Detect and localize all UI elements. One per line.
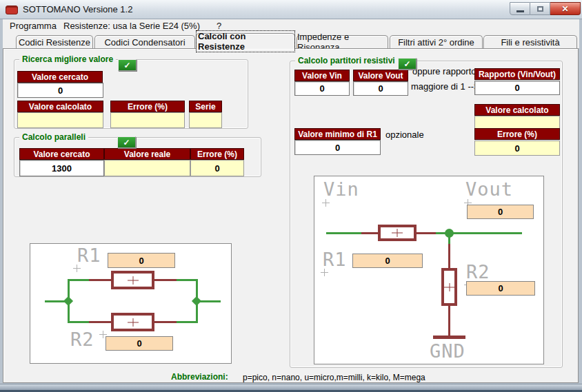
group-ricerca-title: Ricerca migliore valore xyxy=(19,54,116,64)
partitori-r1min-input[interactable] xyxy=(294,140,381,155)
tab-filtri-attivi[interactable]: Filtri attivi 2° ordine xyxy=(390,35,483,48)
window-title: SOTTOMANO Versione 1.2 xyxy=(23,4,132,14)
check-icon: ✓ xyxy=(403,59,410,69)
partitori-valore-calcolato-header: Valore calcolato xyxy=(474,104,560,116)
partitori-errore-header: Errore (%) xyxy=(474,128,560,140)
close-button[interactable]: ✕ xyxy=(550,2,581,15)
maximize-button[interactable] xyxy=(530,2,550,15)
opzionale-text: opzionale xyxy=(385,130,424,140)
origin-cross-icon xyxy=(322,199,330,207)
close-icon: ✕ xyxy=(561,4,568,14)
ricerca-valore-calcolato-header: Valore calcolato xyxy=(17,101,103,112)
parallel-r2-value-field: 0 xyxy=(106,336,173,351)
paralleli-valore-cercato-input[interactable] xyxy=(19,160,104,176)
partitori-rapporto-input[interactable] xyxy=(474,81,560,95)
parallel-r2-label: R2 xyxy=(70,329,94,350)
paralleli-errore-field: 0 xyxy=(190,160,244,176)
tab-calcoli-con-resistenze[interactable]: Calcoli con Resistenze xyxy=(196,33,295,49)
resistor-stub xyxy=(415,232,436,234)
ricerca-valore-calcolato-field xyxy=(17,112,103,128)
window-buttons: ✕ xyxy=(510,2,581,15)
partitori-rapporto-header: Rapporto (Vin/Vout) xyxy=(474,68,560,80)
ricerca-errore-field xyxy=(110,112,185,128)
group-paralleli-title: Calcolo paralleli xyxy=(19,132,88,142)
divider-r1-label: R1 xyxy=(323,249,347,270)
menu-resistenze-serie[interactable]: Resistenze: usa la Serie E24 (5%) xyxy=(61,19,203,33)
wire-vertical-green xyxy=(448,235,450,244)
minimize-button[interactable] xyxy=(510,2,530,15)
resistor-stub xyxy=(89,279,112,281)
partitori-r1min-header: Valore minimo di R1 xyxy=(294,128,381,140)
parallel-r1-value-field: 0 xyxy=(108,253,175,268)
paralleli-valore-reale-header: Valore reale xyxy=(104,148,190,160)
divider-vin-label: Vin xyxy=(323,179,359,200)
tab-codici-condensatori[interactable]: Codici Condensatori xyxy=(94,35,195,48)
node-right xyxy=(192,296,201,306)
oppure-rapporto-text: oppure rapporto xyxy=(412,66,476,76)
divider-r2-value-field: 0 xyxy=(466,281,535,296)
partitori-run-button[interactable]: ✓ xyxy=(398,58,417,70)
partitori-vout-input[interactable] xyxy=(353,81,408,96)
resistor-stub xyxy=(153,321,177,323)
check-icon: ✓ xyxy=(123,138,130,147)
origin-cross-icon xyxy=(73,265,81,272)
ricerca-valore-cercato-input[interactable] xyxy=(17,83,103,98)
divider-vout-label: Vout xyxy=(465,179,513,200)
menu-programma[interactable]: Programma xyxy=(7,19,59,33)
divider-r2-label: R2 xyxy=(466,262,490,282)
partitori-vout-header: Valore Vout xyxy=(353,70,408,81)
partitori-vin-header: Valore Vin xyxy=(294,70,350,81)
window-bottom-frame xyxy=(0,384,582,392)
divider-vout-value-field: 0 xyxy=(467,205,534,219)
group-partitori-title: Calcolo partitori resistivi xyxy=(295,56,398,65)
resistor-stub xyxy=(153,279,177,281)
parallel-r1-label: R1 xyxy=(77,245,101,266)
divider-gnd-label: GND xyxy=(430,341,465,362)
check-icon: ✓ xyxy=(123,61,130,70)
tab-impedenze-risonanza[interactable]: Impedenze e Risonanza xyxy=(297,35,388,48)
resistor-stub xyxy=(361,232,379,234)
ricerca-serie-header: Serie xyxy=(189,101,222,112)
ricerca-valore-cercato-header: Valore cercato xyxy=(17,71,103,83)
wire-vertical-red-upper xyxy=(448,244,450,269)
paralleli-valore-cercato-header: Valore cercato xyxy=(19,148,104,160)
wire-vertical-red-lower xyxy=(448,305,450,336)
app-window: SOTTOMANO Versione 1.2 ✕ Programma Resis… xyxy=(0,0,582,392)
paralleli-run-button[interactable]: ✓ xyxy=(117,136,136,148)
gnd-symbol xyxy=(433,336,465,339)
resistor-r2-symbol xyxy=(441,268,457,306)
partitori-vin-input[interactable] xyxy=(294,81,350,96)
partitori-errore-field: 0 xyxy=(474,141,560,156)
paralleli-errore-header: Errore (%) xyxy=(190,148,244,160)
parallel-circuit-panel: R1 0 R2 0 xyxy=(30,243,232,364)
resistor-r1-symbol xyxy=(111,271,154,289)
ricerca-run-button[interactable]: ✓ xyxy=(118,59,137,71)
node-left xyxy=(63,296,73,306)
ricerca-errore-header: Errore (%) xyxy=(110,101,185,112)
tab-fili-resistivita[interactable]: Fili e resistività xyxy=(483,35,577,48)
maggiore-di-1-text: maggiore di 1 --> xyxy=(411,81,479,92)
resistor-r1-symbol xyxy=(378,225,417,241)
app-icon xyxy=(6,6,18,14)
ricerca-serie-field xyxy=(189,112,222,128)
divider-circuit-panel: Vin Vout 0 GND R1 0 R2 0 xyxy=(314,176,544,364)
tab-codici-resistenze[interactable]: Codici Resistenze xyxy=(16,35,93,48)
abbreviazioni-text: p=pico, n=nano, u=micro,m=milli, k=kilo,… xyxy=(243,373,425,382)
resistor-stub xyxy=(89,321,112,323)
maximize-icon xyxy=(537,6,543,12)
abbreviazioni-label: Abbreviazioni: xyxy=(171,372,228,382)
title-bar: SOTTOMANO Versione 1.2 ✕ xyxy=(0,0,582,19)
origin-cross-icon xyxy=(321,269,328,276)
divider-r1-value-field: 0 xyxy=(352,254,423,268)
minimize-icon xyxy=(516,10,524,12)
resistor-r2-symbol xyxy=(111,313,154,331)
paralleli-valore-reale-field xyxy=(104,160,190,176)
